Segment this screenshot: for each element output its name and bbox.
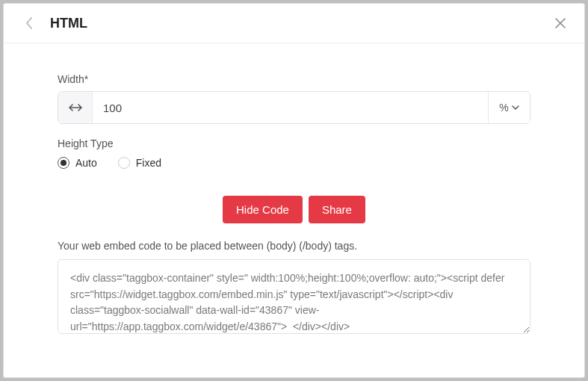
- embed-help-text: Your web embed code to be placed between…: [58, 240, 530, 252]
- width-label: Width*: [58, 73, 530, 85]
- radio-fixed[interactable]: Fixed: [118, 157, 161, 169]
- arrows-horizontal-icon: [69, 103, 82, 112]
- height-type-label: Height Type: [58, 137, 530, 149]
- radio-auto[interactable]: Auto: [58, 157, 97, 169]
- height-type-section: Height Type Auto Fixed: [58, 137, 530, 169]
- radio-auto-label: Auto: [75, 157, 97, 169]
- modal-container: HTML Width* % Height Type: [3, 3, 585, 378]
- radio-auto-indicator: [58, 157, 69, 169]
- embed-code-textarea[interactable]: [58, 259, 530, 334]
- height-type-radio-group: Auto Fixed: [58, 157, 530, 169]
- action-buttons: Hide Code Share: [58, 196, 530, 223]
- width-input[interactable]: [93, 92, 488, 123]
- hide-code-button[interactable]: Hide Code: [223, 196, 303, 223]
- modal-body: Width* % Height Type: [4, 43, 584, 352]
- radio-fixed-label: Fixed: [136, 157, 161, 169]
- close-icon: [555, 18, 566, 28]
- width-unit-label: %: [499, 102, 508, 114]
- width-input-group: %: [58, 91, 530, 124]
- modal-title: HTML: [50, 16, 551, 31]
- width-prefix: [58, 92, 93, 123]
- modal-header: HTML: [4, 4, 584, 43]
- radio-fixed-indicator: [118, 157, 130, 169]
- chevron-left-icon: [25, 16, 34, 30]
- back-button[interactable]: [20, 14, 38, 32]
- width-unit-select[interactable]: %: [488, 92, 530, 123]
- close-button[interactable]: [551, 14, 569, 32]
- chevron-down-icon: [512, 105, 519, 110]
- share-button[interactable]: Share: [309, 196, 365, 223]
